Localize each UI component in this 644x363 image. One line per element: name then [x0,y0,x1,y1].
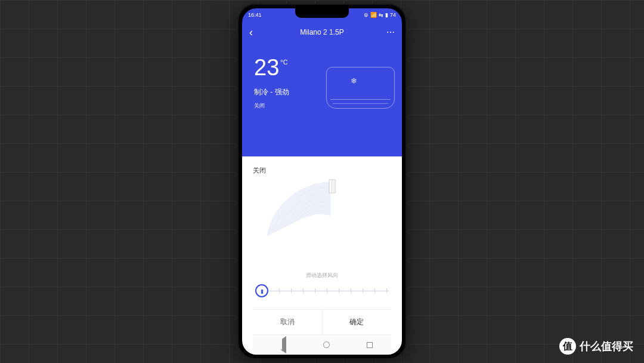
battery-level: 74 [390,12,396,18]
nav-recent-icon[interactable] [367,342,373,348]
confirm-button[interactable]: 确定 [323,310,392,334]
wifi-icon: ⊚ [364,12,369,18]
bt-icon: ⇆ [379,12,383,18]
watermark-text: 什么值得买 [580,339,633,353]
phone-screen: 16:41 ⊚ 📶 ⇆ ▮ 74 ‹ Milano 2 1.5P ⋯ 23 °C… [242,8,402,355]
fan-direction-graphic[interactable] [253,179,391,272]
android-nav-bar [253,334,391,355]
app-header: ‹ Milano 2 1.5P ⋯ [242,21,402,43]
watermark-badge: 值 [559,338,576,355]
status-time: 16:41 [248,12,262,18]
cancel-button[interactable]: 取消 [253,310,323,334]
phone-frame: 16:41 ⊚ 📶 ⇆ ▮ 74 ‹ Milano 2 1.5P ⋯ 23 °C… [237,4,407,359]
status-icons: ⊚ 📶 ⇆ ▮ 74 [364,12,396,18]
nav-home-icon[interactable] [323,342,330,348]
slider-knob[interactable]: ||| [255,284,268,297]
snowflake-icon: ❄ [351,76,357,85]
temperature-unit: °C [280,59,287,66]
nav-back-icon[interactable] [271,340,286,350]
watermark: 值 什么值得买 [559,338,633,355]
temperature-value: 23 [254,56,279,79]
slider-hint: 滑动选择风向 [253,272,391,279]
direction-slider[interactable]: ||| [253,284,391,297]
slider-track[interactable] [270,287,389,294]
battery-icon: ▮ [385,12,388,18]
more-button[interactable]: ⋯ [386,27,395,37]
action-buttons: 取消 确定 [253,309,391,334]
signal-icon: 📶 [370,12,377,18]
ac-status-panel: 23 °C 制冷 - 强劲 关闭 ❄ [242,43,402,156]
phone-notch [295,8,349,18]
close-label: 关闭 [253,166,391,175]
wind-direction-panel: 关闭 滑动选择风向 [242,156,402,355]
ac-unit-illustration [326,67,395,109]
svg-rect-1 [332,180,335,193]
device-title: Milano 2 1.5P [242,28,402,36]
